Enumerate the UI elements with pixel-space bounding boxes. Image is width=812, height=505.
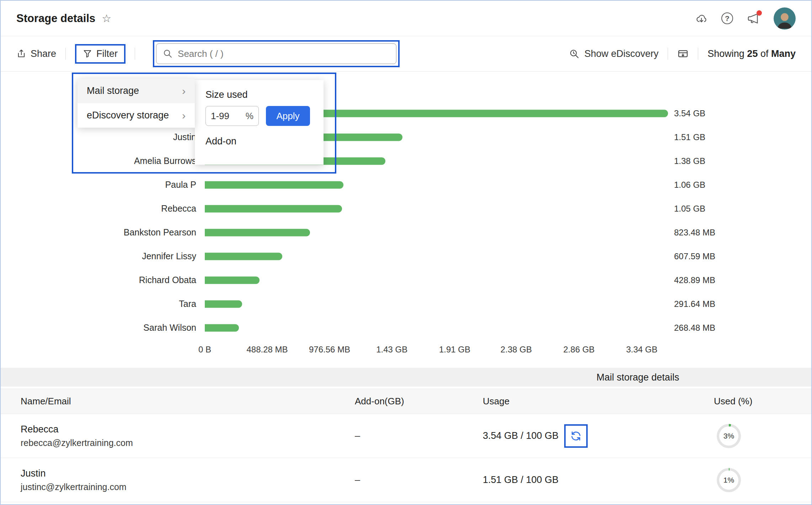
usage-cell: 3.54 GB / 100 GB [483, 424, 714, 448]
chart-value-label: 607.59 MB [671, 251, 715, 261]
name-email-cell: Justinjustinc@zylkertraining.com [21, 468, 355, 492]
addon-cell: – [355, 430, 483, 441]
chart-row: Tara291.64 MB [1, 292, 811, 316]
refresh-icon[interactable] [570, 430, 582, 442]
toolbar-right: Show eDiscovery Showing 25 of Many [569, 48, 796, 60]
header-right: ? [696, 7, 796, 30]
col-header-usage: Usage [483, 396, 714, 407]
chart-plot-area [205, 197, 671, 220]
addon-menu-item[interactable]: Add-on [205, 136, 313, 147]
search-box[interactable] [156, 43, 396, 64]
storage-bar[interactable] [205, 324, 239, 331]
menu-item-label: Mail storage [87, 85, 139, 96]
user-name: Justin [21, 468, 355, 479]
storage-bar[interactable] [205, 181, 343, 188]
announcements-icon[interactable] [747, 12, 759, 25]
storage-bar[interactable] [205, 253, 282, 260]
chart-plot-area [205, 220, 671, 244]
col-header-name-email: Name/Email [21, 396, 355, 407]
showing-total: Many [771, 48, 796, 59]
table-body: Rebeccarebecca@zylkertraining.com–3.54 G… [1, 414, 811, 502]
help-icon[interactable]: ? [721, 12, 733, 24]
chart-row: Bankston Pearson823.48 MB [1, 220, 811, 244]
chart-value-label: 1.51 GB [671, 132, 705, 142]
showing-prefix: Showing [707, 48, 744, 59]
divider [668, 48, 668, 60]
share-button[interactable]: Share [16, 48, 56, 59]
filter-submenu: Size used % Apply Add-on [195, 80, 324, 165]
chart-value-label: 268.48 MB [671, 323, 715, 333]
divider [65, 48, 66, 60]
name-email-cell: Rebeccarebecca@zylkertraining.com [21, 424, 355, 448]
chart-row: Jennifer Lissy607.59 MB [1, 244, 811, 268]
used-pct-cell: 1% [714, 468, 791, 492]
showing-count: Showing 25 of Many [707, 48, 796, 59]
usage-ring: 3% [717, 424, 741, 448]
usage-ring: 1% [717, 468, 741, 492]
usage-ring-label: 3% [719, 426, 738, 446]
chart-rows: 3.54 GBJustin1.51 GBAmelia Burrows1.38 G… [1, 101, 811, 340]
percent-unit-label: % [246, 111, 253, 121]
usage-ring-label: 1% [719, 471, 738, 490]
share-label: Share [31, 48, 56, 59]
search-icon [163, 49, 173, 59]
storage-bar[interactable] [205, 276, 260, 284]
storage-bar[interactable] [205, 205, 342, 212]
chart-category-label: Sarah Wilson [1, 323, 205, 333]
chart-plot-area [205, 244, 671, 268]
table-section-band: Mail storage details [1, 368, 811, 387]
x-axis-tick-label: 1.91 GB [439, 345, 470, 355]
col-header-used-pct: Used (%) [714, 396, 791, 407]
show-ediscovery-button[interactable]: Show eDiscovery [569, 48, 659, 59]
usage-cell: 1.51 GB / 100 GB [483, 474, 714, 485]
refresh-annotation-box [564, 424, 588, 448]
table-header-row: Name/Email Add-on(GB) Usage Used (%) [1, 389, 811, 414]
download-icon[interactable] [696, 13, 707, 24]
filter-button[interactable]: Filter [75, 44, 125, 64]
chart-category-label: Paula P [1, 180, 205, 190]
filter-label: Filter [96, 48, 118, 59]
share-icon [16, 49, 26, 59]
user-avatar[interactable] [774, 7, 796, 30]
size-range-field[interactable]: % [205, 106, 259, 126]
mail-export-icon[interactable] [677, 48, 689, 59]
chart-value-label: 428.89 MB [671, 275, 715, 285]
filter-menu-item-mail-storage[interactable]: Mail storage› [78, 79, 195, 103]
storage-bar[interactable] [205, 229, 310, 236]
favorite-star-icon[interactable]: ☆ [102, 13, 111, 24]
chart-value-label: 291.64 MB [671, 299, 715, 309]
apply-button[interactable]: Apply [266, 106, 310, 126]
user-name: Rebecca [21, 424, 355, 435]
size-used-row: % Apply [205, 106, 313, 126]
filter-menu-item-ediscovery-storage[interactable]: eDiscovery storage› [78, 103, 195, 128]
user-email: rebecca@zylkertraining.com [21, 438, 355, 448]
chart-row: Amelia Burrows1.38 GB [1, 149, 811, 173]
toolbar: Share Filter Show eDiscovery Sho [1, 36, 811, 71]
chart-row: Sarah Wilson268.48 MB [1, 316, 811, 340]
chart-value-label: 1.05 GB [671, 204, 705, 214]
chart-category-label: Richard Obata [1, 275, 205, 285]
chart-category-label: Bankston Pearson [1, 227, 205, 238]
chart-value-label: 3.54 GB [671, 108, 705, 118]
chart-row: Paula P1.06 GB [1, 173, 811, 197]
showing-of: of [760, 48, 769, 59]
ediscovery-icon [569, 48, 579, 59]
divider [698, 48, 698, 60]
size-range-input[interactable] [211, 111, 236, 122]
search-input[interactable] [178, 48, 390, 59]
table-section-title: Mail storage details [597, 372, 679, 383]
filter-menu: Mail storage›eDiscovery storage› [78, 79, 195, 128]
x-axis-tick-label: 2.38 GB [501, 345, 532, 355]
page-header: Storage details ☆ ? [1, 1, 811, 36]
addon-cell: – [355, 474, 483, 485]
x-axis-tick-label: 0 B [198, 345, 211, 355]
chart-category-label: Rebecca [1, 203, 205, 214]
help-glyph: ? [721, 12, 733, 24]
storage-bar[interactable] [205, 300, 242, 308]
chart-value-label: 1.06 GB [671, 180, 705, 190]
page-title: Storage details [16, 12, 95, 25]
size-used-label: Size used [205, 89, 313, 100]
chart-plot-area [205, 316, 671, 340]
chart-category-label: Jennifer Lissy [1, 251, 205, 261]
table-row: Justinjustinc@zylkertraining.com–1.51 GB… [1, 458, 811, 502]
